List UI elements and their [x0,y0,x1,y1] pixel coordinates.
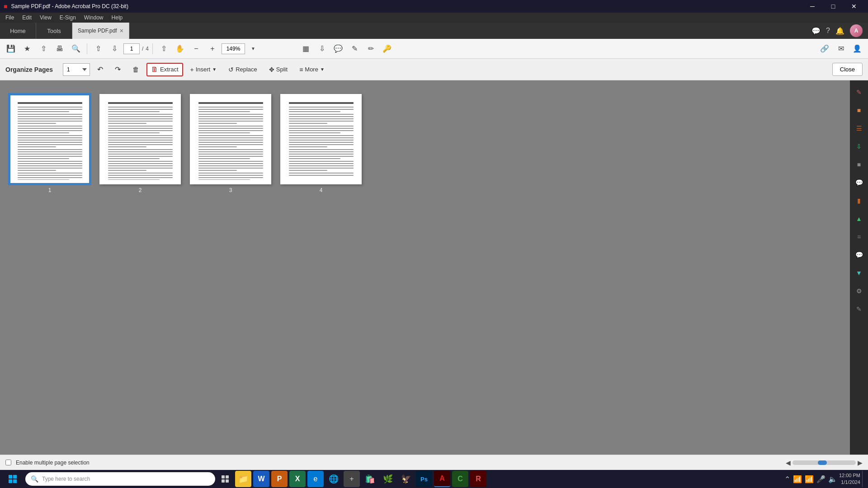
split-button[interactable]: ✥ Split [264,63,292,76]
share-button[interactable]: 🔗 [817,42,832,56]
wifi-icon[interactable]: 📶 [805,475,814,483]
rp-redact-button[interactable]: ▮ [851,192,867,209]
rp-send-button[interactable]: ▼ [851,265,867,281]
save-button[interactable]: 💾 [4,42,18,56]
taskbar-chrome[interactable]: 🌐 [326,471,342,487]
page-4-wrap[interactable]: 4 [280,94,362,193]
page-1-wrap[interactable]: 1 [9,94,90,193]
taskbar-app2[interactable]: 🦅 [398,471,414,487]
stamp-button[interactable]: 🔑 [380,42,394,56]
tab-close-button[interactable]: × [120,27,123,34]
tab-tools[interactable]: Tools [36,23,72,39]
rp-chat-button[interactable]: 💬 [851,247,867,263]
more-button[interactable]: ≡ More ▼ [295,63,329,76]
next-page-button[interactable]: ⇩ [107,42,122,56]
print-button[interactable]: 🖶 [52,42,67,56]
page-2-wrap[interactable]: 2 [99,94,181,193]
menu-file[interactable]: File [2,13,18,22]
taskbar-excel[interactable]: X [289,471,306,487]
menu-view[interactable]: View [36,13,55,22]
taskbar-word[interactable]: W [253,471,269,487]
taskbar-acrobat[interactable]: A [434,471,450,487]
delete-button[interactable]: 🗑 [128,63,144,76]
task-view-button[interactable] [217,471,233,487]
zoom-dropdown-button[interactable]: ▼ [246,42,260,56]
prev-page-button[interactable]: ⇧ [91,42,105,56]
page-1-thumb[interactable] [9,94,90,184]
chat-icon[interactable]: 💬 [811,27,821,35]
extract-button[interactable]: 🗎 Extract [146,63,183,76]
page-2-thumb[interactable] [99,94,181,184]
taskbar-edge[interactable]: e [307,471,324,487]
upload-button[interactable]: ⇧ [36,42,51,56]
scroll-right-button[interactable]: ▶ [858,459,863,466]
taskbar-clock[interactable]: 12:00 PM 1/1/2024 [839,472,860,486]
close-button[interactable]: Close [832,63,863,76]
multi-select-checkbox[interactable] [5,460,11,465]
page-4-thumb[interactable] [280,94,362,184]
page-select-dropdown[interactable]: 1 2 3 4 [63,63,90,76]
rp-gear-button[interactable]: ✎ [851,301,867,317]
rp-export-button[interactable]: ⇩ [851,138,867,155]
page-3-wrap[interactable]: 3 [190,94,271,193]
start-button[interactable] [2,471,24,487]
search-button[interactable]: 🔍 [69,42,83,56]
zoom-input[interactable] [222,43,245,54]
replace-button[interactable]: ↺ Replace [224,63,262,76]
rotate-right-button[interactable]: ↷ [110,62,125,76]
zoom-out-button[interactable]: − [189,42,203,56]
rp-organize-button[interactable]: ☰ [851,120,867,136]
menu-edit[interactable]: Edit [19,13,35,22]
zoom-in-button[interactable]: + [205,42,220,56]
multi-select-label[interactable]: Enable multiple page selection [16,460,90,466]
taskbar-search-bar[interactable]: 🔍 Type here to search [25,472,215,486]
send-button[interactable]: ✉ [834,42,848,56]
taskbar-file-explorer[interactable]: 📁 [235,471,251,487]
page-3-thumb[interactable] [190,94,271,184]
rotate-left-button[interactable]: ↶ [93,62,108,76]
rp-protect-button[interactable]: ■ [851,156,867,173]
download-button[interactable]: ⇩ [315,42,329,56]
insert-button[interactable]: + Insert ▼ [186,63,222,76]
taskbar-store[interactable]: 🛍️ [362,471,378,487]
minimize-button[interactable]: ─ [802,0,823,13]
user-button[interactable]: 👤 [850,42,864,56]
taskbar-app3[interactable]: C [452,471,468,487]
scroll-track[interactable] [793,460,856,465]
notification-icon[interactable]: 🔔 [835,27,844,35]
taskbar-calculator[interactable]: + [344,471,360,487]
select-tool-button[interactable]: ⇧ [156,42,171,56]
tab-document[interactable]: Sample PDF.pdf × [72,23,129,39]
snapshot-button[interactable]: ▦ [298,42,313,56]
menu-help[interactable]: Help [108,13,127,22]
rp-more-button[interactable]: ≡ [851,229,867,245]
page-number-input[interactable] [123,43,140,54]
rp-fill-sign-button[interactable]: ✎ [851,84,867,100]
taskbar-app4[interactable]: R [470,471,486,487]
menu-window[interactable]: Window [80,13,107,22]
menu-esign[interactable]: E-Sign [56,13,80,22]
bookmark-button[interactable]: ★ [20,42,34,56]
volume-icon[interactable]: 🔈 [828,475,837,483]
taskbar-photoshop[interactable]: Ps [416,471,432,487]
close-window-button[interactable]: ✕ [844,0,864,13]
rp-accessibility-button[interactable]: ▲ [851,211,867,227]
network-icon[interactable]: 📶 [793,475,802,483]
taskbar-app1[interactable]: 🌿 [380,471,396,487]
scroll-left-button[interactable]: ◀ [786,459,791,466]
taskbar-powerpoint[interactable]: P [271,471,288,487]
microphone-icon[interactable]: 🎤 [816,475,826,483]
rp-edit-button[interactable]: ■ [851,102,867,118]
rp-comment-button[interactable]: 💬 [851,174,867,191]
show-hidden-icons[interactable]: ⌃ [784,475,790,483]
tab-home[interactable]: Home [0,23,36,39]
pen-button[interactable]: ✎ [347,42,362,56]
comment-button[interactable]: 💬 [331,42,345,56]
sign-button[interactable]: ✏ [363,42,378,56]
maximize-button[interactable]: □ [823,0,844,13]
rp-settings-button[interactable]: ⚙ [851,283,867,299]
show-desktop-button[interactable] [862,471,864,487]
help-icon[interactable]: ? [826,27,830,35]
hand-tool-button[interactable]: ✋ [173,42,187,56]
avatar[interactable]: A [850,24,863,37]
